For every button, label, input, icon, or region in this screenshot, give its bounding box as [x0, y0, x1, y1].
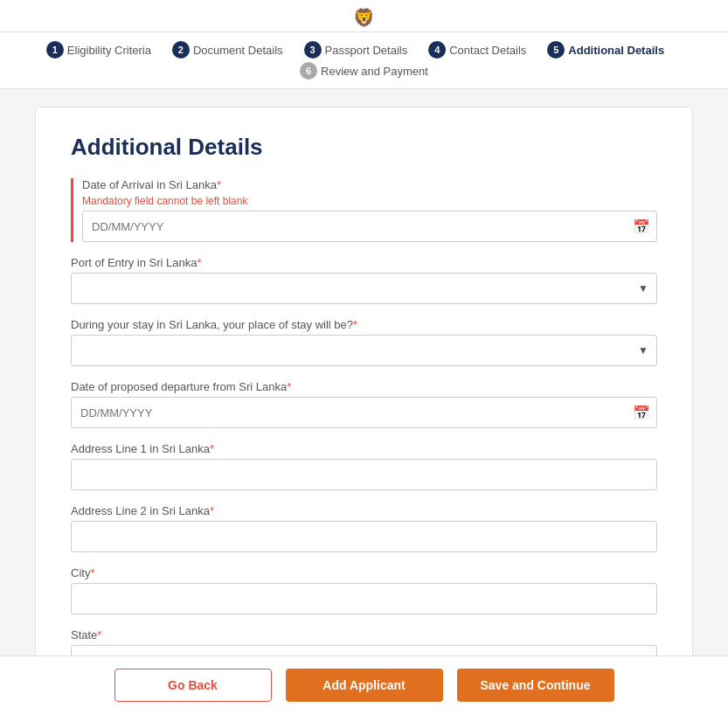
- step-4-num: 4: [428, 41, 446, 59]
- step-3-label: Passport Details: [325, 44, 408, 57]
- step-4[interactable]: 4 Contact Details: [428, 41, 526, 59]
- step-5[interactable]: 5 Additional Details: [547, 41, 664, 59]
- date-departure-input-wrapper: 📅: [71, 397, 657, 428]
- stepper: 1 Eligibility Criteria 2 Document Detail…: [0, 32, 728, 89]
- port-of-entry-select[interactable]: [71, 273, 657, 304]
- step-3-num: 3: [304, 41, 322, 59]
- add-applicant-button[interactable]: Add Applicant: [286, 669, 443, 702]
- step-6[interactable]: 6 Review and Payment: [300, 62, 428, 80]
- step-5-label: Additional Details: [568, 44, 664, 57]
- address-line1-label: Address Line 1 in Sri Lanka*: [71, 442, 657, 455]
- address-line2-label: Address Line 2 in Sri Lanka*: [71, 504, 657, 517]
- date-arrival-input[interactable]: [82, 211, 657, 242]
- step-2-label: Document Details: [193, 44, 283, 57]
- city-input[interactable]: [71, 583, 657, 614]
- step-1[interactable]: 1 Eligibility Criteria: [46, 41, 151, 59]
- date-departure-label: Date of proposed departure from Sri Lank…: [71, 380, 657, 393]
- date-arrival-group: Date of Arrival in Sri Lanka* Mandatory …: [71, 178, 657, 242]
- form-card: Additional Details Date of Arrival in Sr…: [35, 107, 693, 714]
- form-title: Additional Details: [71, 134, 657, 161]
- step-3[interactable]: 3 Passport Details: [304, 41, 408, 59]
- step-4-label: Contact Details: [449, 44, 526, 57]
- top-bar: 🦁: [0, 0, 728, 32]
- main-content: Additional Details Date of Arrival in Sr…: [0, 89, 728, 714]
- port-of-entry-wrapper: ▼: [71, 273, 657, 304]
- address-line1-input[interactable]: [71, 459, 657, 490]
- address-line2-group: Address Line 2 in Sri Lanka*: [71, 504, 657, 552]
- step-6-num: 6: [300, 62, 317, 80]
- address-line1-group: Address Line 1 in Sri Lanka*: [71, 442, 657, 490]
- place-of-stay-select[interactable]: [71, 335, 657, 366]
- date-departure-group: Date of proposed departure from Sri Lank…: [71, 380, 657, 428]
- step-1-label: Eligibility Criteria: [67, 44, 151, 57]
- save-continue-button[interactable]: Save and Continue: [457, 669, 614, 702]
- step-6-label: Review and Payment: [321, 65, 428, 78]
- city-label: City*: [71, 566, 657, 579]
- bottom-bar: Go Back Add Applicant Save and Continue: [0, 655, 728, 714]
- city-group: City*: [71, 566, 657, 614]
- place-of-stay-wrapper: ▼: [71, 335, 657, 366]
- date-arrival-label: Date of Arrival in Sri Lanka*: [82, 178, 657, 191]
- go-back-button[interactable]: Go Back: [114, 669, 272, 702]
- state-label: State*: [71, 628, 657, 641]
- logo-icon: 🦁: [353, 7, 375, 28]
- logo-area: 🦁: [17, 7, 711, 31]
- address-line2-input[interactable]: [71, 521, 657, 552]
- place-of-stay-label: During your stay in Sri Lanka, your plac…: [71, 318, 657, 331]
- port-of-entry-group: Port of Entry in Sri Lanka* ▼: [71, 256, 657, 304]
- port-of-entry-label: Port of Entry in Sri Lanka*: [71, 256, 657, 269]
- date-arrival-error: Mandatory field cannot be left blank: [82, 195, 657, 207]
- place-of-stay-group: During your stay in Sri Lanka, your plac…: [71, 318, 657, 366]
- step-2-num: 2: [172, 41, 190, 59]
- step-5-num: 5: [547, 41, 565, 59]
- date-departure-input[interactable]: [71, 397, 657, 428]
- date-arrival-input-wrapper: 📅: [82, 211, 657, 242]
- step-2[interactable]: 2 Document Details: [172, 41, 283, 59]
- step-1-num: 1: [46, 41, 64, 59]
